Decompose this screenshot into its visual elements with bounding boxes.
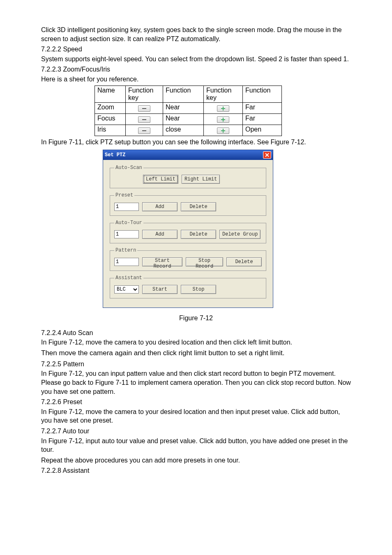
cell-func: Open [243,125,282,136]
table-row: Zoom Near Far [95,102,282,113]
minus-icon [138,116,150,123]
heading-7-2-2-5: 7.2.2.5 Pattern [41,360,351,369]
autoscan-text1: In Figure 7-12, move the camera to you d… [41,338,351,347]
set-ptz-dialog: Set PTZ Auto-Scan Left Limit Right Limit… [103,150,273,308]
plus-icon [217,105,229,112]
preset-delete-button[interactable]: Delete [181,202,216,211]
heading-7-2-2-4: 7.2.2.4 Auto Scan [41,328,351,338]
autoscan-group: Auto-Scan Left Limit Right Limit [110,165,266,188]
preset-group: Preset Add Delete [110,192,266,216]
plus-icon [217,116,229,123]
figure-7-12-label: Figure 7-12 [41,314,351,323]
autoscan-legend: Auto-Scan [114,165,143,171]
heading-7-2-2-7: 7.2.2.7 Auto tour [41,427,351,436]
assistant-group: Assistant BLC Start Stop [110,275,266,298]
cell-func: Far [243,102,282,113]
pattern-delete-button[interactable]: Delete [226,257,262,266]
heading-7-2-2-8: 7.2.2.8 Assistant [41,466,351,475]
th-func1: Function [163,86,204,102]
preset-add-button[interactable]: Add [142,202,178,211]
speed-text: System supports eight-level speed. You c… [41,55,351,64]
cell-name: Zoom [95,102,126,113]
close-button[interactable] [263,151,271,159]
assistant-legend: Assistant [114,275,143,281]
preset-legend: Preset [114,192,134,198]
cell-func: close [163,125,204,136]
intro-text: Click 3D intelligent positioning key, sy… [41,25,351,43]
heading-7-2-2-6: 7.2.2.6 Preset [41,398,351,407]
after-table-text: In Figure 7-11, click PTZ setup button y… [41,138,351,147]
cell-name: Focus [95,113,126,125]
autoscan-text2: Then move the camera again and then clic… [41,349,351,358]
minus-icon [138,105,150,112]
assistant-stop-button[interactable]: Stop [181,285,216,294]
th-name: Name [95,86,126,102]
autotour-delete-button[interactable]: Delete [181,230,216,239]
autotour-group: Auto-Tour Add Delete Delete Group [110,220,266,243]
th-func2: Function [243,86,282,102]
pattern-legend: Pattern [114,247,137,253]
left-limit-button[interactable]: Left Limit [143,175,178,184]
pattern-input[interactable] [114,258,139,266]
pattern-group: Pattern Start Record Stop Record Delete [110,247,266,271]
stop-record-button[interactable]: Stop Record [186,257,223,266]
heading-7-2-2-3: 7.2.2.3 Zoom/Focus/Iris [41,65,351,74]
autotour-text1: In Figure 7-12, input auto tour value an… [41,437,351,454]
minus-icon [138,127,150,134]
th-fkey1: Function key [126,86,163,102]
autotour-input[interactable] [114,230,139,238]
reference-intro: Here is a sheet for you reference. [41,75,351,84]
autotour-legend: Auto-Tour [114,220,143,226]
autotour-text2: Repeat the above procedures you can add … [41,456,351,465]
start-record-button[interactable]: Start Record [142,257,182,266]
assistant-start-button[interactable]: Start [142,285,178,294]
dialog-titlebar: Set PTZ [103,150,273,160]
table-row: Iris close Open [95,125,282,136]
autotour-delete-group-button[interactable]: Delete Group [219,230,261,239]
close-icon [265,153,269,157]
pattern-text: In Figure 7-12, you can input pattern va… [41,369,351,396]
cell-func: Far [243,113,282,125]
cell-name: Iris [95,125,126,136]
preset-input[interactable] [114,203,139,211]
cell-func: Near [163,102,204,113]
reference-table: Name Function key Function Function key … [95,86,282,136]
autotour-add-button[interactable]: Add [142,230,178,239]
preset-text: In Figure 7-12, move the camera to your … [41,407,351,425]
table-row: Focus Near Far [95,113,282,125]
table-row: Name Function key Function Function key … [95,86,282,102]
right-limit-button[interactable]: Right Limit [182,175,220,184]
plus-icon [217,127,229,134]
th-fkey2: Function key [204,86,243,102]
assistant-select[interactable]: BLC [114,285,139,294]
cell-func: Near [163,113,204,125]
dialog-title: Set PTZ [105,152,263,158]
heading-7-2-2-2: 7.2.2.2 Speed [41,45,351,54]
